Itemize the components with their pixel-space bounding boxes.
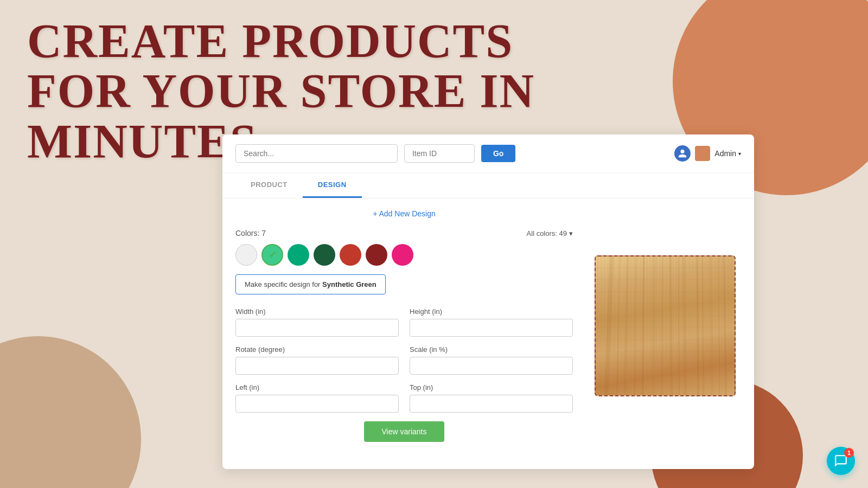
svg-line-7 — [711, 256, 712, 395]
toolbar: Go Admin ▾ — [222, 134, 754, 173]
wood-surface — [595, 255, 736, 396]
form-group-left: Left (in) — [235, 383, 399, 413]
top-label: Top (in) — [410, 383, 573, 391]
left-input[interactable] — [235, 395, 399, 413]
left-panel: + Add New Design Colors: 7 All colors: 4… — [235, 209, 573, 442]
design-for-color: Synthetic Green — [322, 280, 376, 288]
svg-line-13 — [703, 256, 704, 395]
wood-grain-svg — [596, 256, 735, 395]
content-area: + Add New Design Colors: 7 All colors: 4… — [222, 198, 754, 453]
view-variants-button[interactable]: View variants — [364, 421, 444, 442]
design-for-button[interactable]: Make specific design for Synthetic Green — [235, 274, 386, 294]
form-row-1: Width (in) Height (in) — [235, 307, 573, 337]
width-input[interactable] — [235, 319, 399, 337]
form-row-2: Rotate (degree) Scale (in %) — [235, 345, 573, 375]
svg-line-10 — [635, 256, 636, 395]
scale-input[interactable] — [410, 357, 573, 375]
right-panel — [589, 209, 741, 442]
color-pink[interactable] — [392, 244, 413, 266]
color-dark-green[interactable] — [314, 244, 335, 266]
color-dark-red[interactable] — [366, 244, 387, 266]
svg-line-5 — [684, 256, 685, 395]
svg-line-11 — [662, 256, 662, 395]
main-card: Go Admin ▾ PRODUCT DESIGN + — [222, 134, 754, 469]
left-label: Left (in) — [235, 383, 399, 391]
height-input[interactable] — [410, 319, 573, 337]
svg-line-12 — [679, 256, 679, 395]
svg-line-2 — [643, 256, 644, 395]
chat-badge: 1 — [844, 448, 854, 458]
user-avatar — [695, 146, 710, 161]
svg-line-14 — [718, 256, 719, 395]
go-button[interactable]: Go — [481, 145, 515, 162]
colors-header: Colors: 7 All colors: 49 ▾ — [235, 229, 573, 237]
design-for-prefix: Make specific design for — [245, 280, 322, 288]
rotate-input[interactable] — [235, 357, 399, 375]
svg-line-6 — [697, 256, 698, 395]
all-colors-label: All colors: 49 — [527, 229, 567, 237]
search-input[interactable] — [235, 144, 398, 163]
chat-button[interactable]: 1 — [827, 447, 855, 475]
item-id-input[interactable] — [404, 144, 475, 163]
color-circles — [235, 244, 573, 266]
user-area: Admin ▾ — [674, 145, 741, 162]
form-group-rotate: Rotate (degree) — [235, 345, 399, 375]
product-preview — [595, 255, 736, 396]
user-icon — [674, 145, 691, 162]
all-colors-button[interactable]: All colors: 49 ▾ — [527, 229, 573, 237]
dropdown-arrow-icon: ▾ — [569, 229, 573, 237]
scale-label: Scale (in %) — [410, 345, 573, 354]
svg-line-4 — [671, 256, 672, 395]
add-design-link[interactable]: + Add New Design — [235, 209, 573, 218]
height-label: Height (in) — [410, 307, 573, 316]
tab-design[interactable]: DESIGN — [303, 173, 362, 198]
svg-line-3 — [653, 256, 654, 395]
color-teal[interactable] — [288, 244, 309, 266]
form-row-3: Left (in) Top (in) — [235, 383, 573, 413]
rotate-label: Rotate (degree) — [235, 345, 399, 354]
color-red[interactable] — [340, 244, 361, 266]
width-label: Width (in) — [235, 307, 399, 316]
user-dropdown[interactable]: Admin ▾ — [714, 149, 741, 158]
tabs: PRODUCT DESIGN — [222, 173, 754, 198]
color-white[interactable] — [235, 244, 257, 266]
form-group-top: Top (in) — [410, 383, 573, 413]
bg-shape-left — [0, 336, 141, 488]
chevron-down-icon: ▾ — [738, 151, 741, 157]
svg-line-8 — [724, 256, 726, 395]
top-input[interactable] — [410, 395, 573, 413]
view-variants-wrap: View variants — [235, 421, 573, 442]
user-label: Admin — [714, 149, 736, 158]
color-mint[interactable] — [261, 244, 283, 266]
colors-count-label: Colors: 7 — [235, 229, 266, 237]
svg-line-1 — [625, 256, 628, 395]
form-group-height: Height (in) — [410, 307, 573, 337]
form-group-scale: Scale (in %) — [410, 345, 573, 375]
person-icon — [678, 149, 687, 158]
svg-line-9 — [617, 256, 620, 395]
tab-product[interactable]: PRODUCT — [235, 173, 303, 198]
form-group-width: Width (in) — [235, 307, 399, 337]
svg-line-0 — [607, 256, 612, 395]
